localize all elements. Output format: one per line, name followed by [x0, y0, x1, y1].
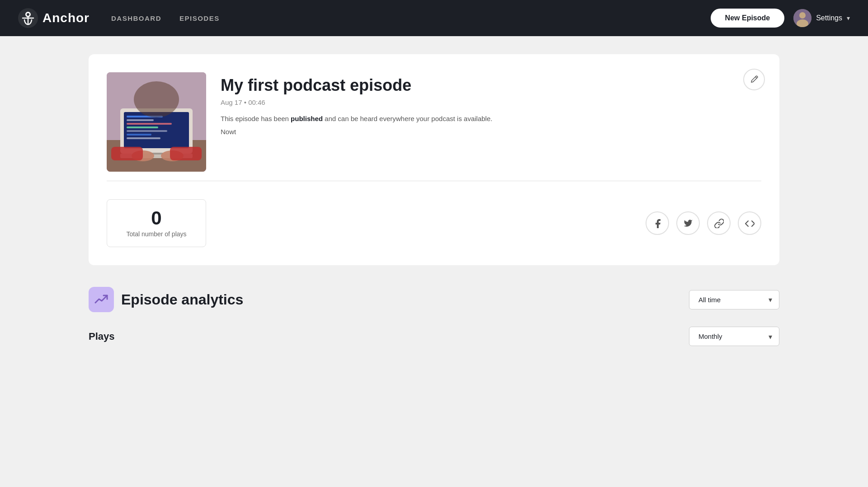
svg-point-21: [134, 81, 179, 117]
episode-description: This episode has been published and can …: [221, 113, 761, 124]
card-divider: [107, 181, 761, 181]
episode-note: Nowt: [221, 128, 761, 136]
chart-trending-icon: [94, 293, 108, 306]
analytics-title: Episode analytics: [121, 291, 243, 308]
analytics-icon-wrap: [89, 287, 114, 312]
navbar: Anchor DASHBOARD EPISODES New Episode Se…: [0, 0, 868, 36]
time-filter-dropdown[interactable]: All time Last 7 days Last 30 days Last 3…: [689, 290, 779, 309]
avatar-image: [793, 9, 811, 27]
link-icon: [714, 218, 724, 228]
episode-top: My first podcast episode Aug 17 • 00:46 …: [107, 72, 761, 172]
episode-thumbnail: [107, 72, 206, 172]
svg-rect-9: [127, 119, 154, 121]
settings-label: Settings: [816, 14, 842, 22]
analytics-title-wrap: Episode analytics: [89, 287, 243, 312]
share-embed-button[interactable]: [738, 211, 761, 235]
share-facebook-button[interactable]: [646, 211, 669, 235]
plays-box: 0 Total number of plays: [107, 199, 206, 247]
main-content: My first podcast episode Aug 17 • 00:46 …: [0, 36, 868, 364]
description-prefix: This episode has been: [221, 115, 291, 122]
svg-rect-11: [127, 126, 158, 128]
svg-point-2: [799, 12, 806, 19]
analytics-header: Episode analytics All time Last 7 days L…: [89, 287, 779, 312]
svg-rect-19: [111, 147, 143, 160]
episode-card: My first podcast episode Aug 17 • 00:46 …: [89, 54, 779, 265]
user-avatar: [793, 9, 811, 27]
analytics-section: Episode analytics All time Last 7 days L…: [89, 287, 779, 346]
svg-rect-20: [170, 147, 202, 160]
episode-info: My first podcast episode Aug 17 • 00:46 …: [221, 72, 761, 136]
logo-text: Anchor: [42, 11, 90, 25]
description-bold: published: [291, 115, 323, 122]
plays-filter-dropdown[interactable]: Monthly Weekly Daily: [689, 327, 779, 346]
episode-title: My first podcast episode: [221, 76, 761, 95]
edit-episode-button[interactable]: [743, 69, 765, 90]
thumbnail-svg: [107, 72, 206, 172]
svg-rect-12: [127, 130, 167, 132]
share-buttons: [646, 211, 761, 235]
embed-icon: [745, 218, 755, 228]
logo-wrap[interactable]: Anchor: [18, 8, 90, 28]
nav-right: New Episode Settings ▾: [711, 9, 850, 28]
anchor-logo-icon: [18, 8, 38, 28]
svg-rect-13: [127, 134, 151, 136]
plays-row-label: Plays: [89, 331, 115, 342]
settings-chevron-icon: ▾: [847, 14, 850, 22]
description-suffix: and can be heard everywhere your podcast…: [323, 115, 492, 122]
plays-filter-wrap[interactable]: Monthly Weekly Daily: [689, 327, 779, 346]
share-twitter-button[interactable]: [676, 211, 700, 235]
plays-count: 0: [125, 209, 188, 228]
plays-row: Plays Monthly Weekly Daily: [89, 327, 779, 346]
settings-wrap[interactable]: Settings ▾: [793, 9, 850, 27]
episode-meta: Aug 17 • 00:46: [221, 98, 761, 106]
time-filter-wrap[interactable]: All time Last 7 days Last 30 days Last 3…: [689, 290, 779, 309]
share-link-button[interactable]: [707, 211, 731, 235]
new-episode-button[interactable]: New Episode: [711, 9, 785, 28]
nav-episodes[interactable]: EPISODES: [179, 14, 220, 22]
plays-label-text: Total number of plays: [125, 230, 188, 238]
pencil-icon: [750, 75, 759, 84]
episode-bottom: 0 Total number of plays: [107, 199, 761, 247]
nav-dashboard[interactable]: DASHBOARD: [111, 14, 161, 22]
nav-left: Anchor DASHBOARD EPISODES: [18, 8, 220, 28]
twitter-icon: [683, 218, 693, 228]
facebook-icon: [652, 218, 662, 228]
svg-rect-10: [127, 123, 172, 125]
svg-rect-14: [127, 137, 160, 139]
nav-links: DASHBOARD EPISODES: [111, 14, 220, 22]
